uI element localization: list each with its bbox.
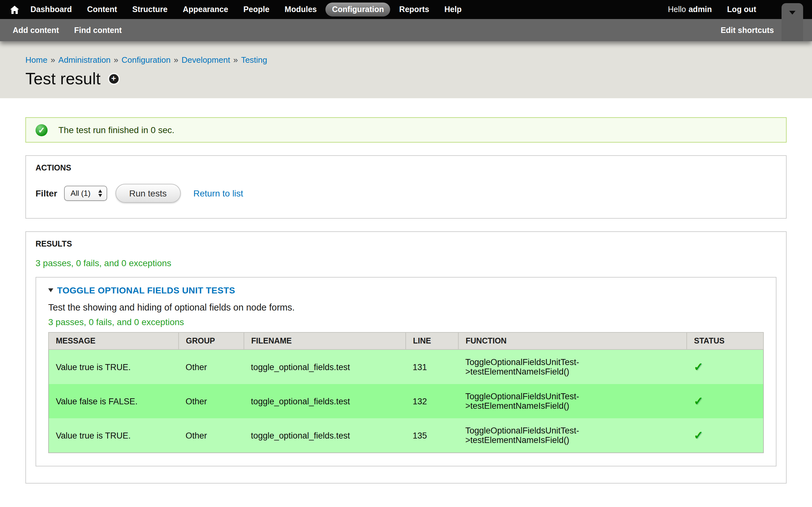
test-group-toggle[interactable]: TOGGLE OPTIONAL FIELDS UNIT TESTS [48,285,764,295]
column-header-message: MESSAGE [49,332,179,349]
cell-filename: toggle_optional_fields.test [244,349,406,384]
user-greeting: Helloadmin [668,5,712,14]
toolbar-item-configuration[interactable]: Configuration [326,3,391,16]
cell-status: ✓ [687,384,763,418]
shortcut-add-content[interactable]: Add content [13,26,59,35]
table-row: Value true is TRUE. Other toggle_optiona… [49,418,763,453]
chevron-down-icon [789,11,796,14]
test-group-fieldset: TOGGLE OPTIONAL FIELDS UNIT TESTS Test t… [36,277,776,466]
run-tests-button[interactable]: Run tests [115,184,181,203]
edit-shortcuts-link[interactable]: Edit shortcuts [721,26,774,35]
table-header-row: MESSAGE GROUP FILENAME LINE FUNCTION STA… [49,332,763,349]
drupal-admin-page: Dashboard Content Structure Appearance P… [0,0,812,507]
status-message: ✓ The test run finished in 0 sec. [26,117,786,143]
cell-function: ToggleOptionalFieldsUnitTest->testElemen… [458,418,687,453]
username: admin [689,5,712,14]
table-row: Value true is TRUE. Other toggle_optiona… [49,349,763,384]
filter-select-value: All (1) [70,189,90,198]
shortcuts-bar: Add content Find content Edit shortcuts [0,19,812,41]
cell-group: Other [179,349,244,384]
results-summary: 3 passes, 0 fails, and 0 exceptions [36,258,776,268]
toolbar-toggle-button[interactable] [781,3,803,41]
pass-check-icon: ✓ [694,429,703,442]
pass-check-icon: ✓ [694,395,703,407]
cell-message: Value false is FALSE. [49,384,179,418]
cell-line: 135 [406,418,458,453]
column-header-function: FUNCTION [458,332,687,349]
cell-line: 132 [406,384,458,418]
cell-status: ✓ [687,349,763,384]
cell-function: ToggleOptionalFieldsUnitTest->testElemen… [458,349,687,384]
breadcrumb-administration[interactable]: Administration [58,55,111,65]
test-group-description: Test the showing and hiding of optional … [48,302,764,313]
select-arrows-icon [98,189,102,197]
toolbar-item-people[interactable]: People [237,3,275,16]
breadcrumb-separator: » [174,55,178,65]
column-header-filename: FILENAME [244,332,406,349]
success-check-icon: ✓ [36,124,48,136]
cell-group: Other [179,384,244,418]
add-shortcut-icon[interactable]: + [109,74,118,83]
shortcut-find-content[interactable]: Find content [74,26,122,35]
logout-link[interactable]: Log out [727,5,756,14]
status-message-text: The test run finished in 0 sec. [58,125,174,135]
return-to-list-link[interactable]: Return to list [193,188,243,199]
toolbar-item-reports[interactable]: Reports [393,3,436,16]
cell-line: 131 [406,349,458,384]
column-header-line: LINE [406,332,458,349]
pass-check-icon: ✓ [694,360,703,373]
filter-label: Filter [36,188,57,199]
test-results-table: MESSAGE GROUP FILENAME LINE FUNCTION STA… [48,332,764,453]
page-header: Home»Administration»Configuration»Develo… [0,41,812,98]
actions-fieldset: ACTIONS Filter All (1) Run tests Return … [26,155,786,219]
toolbar-item-help[interactable]: Help [438,3,468,16]
page-title: Test result [26,69,101,89]
column-header-status: STATUS [687,332,763,349]
admin-toolbar: Dashboard Content Structure Appearance P… [0,0,812,19]
greeting-prefix: Hello [668,5,686,14]
actions-legend: ACTIONS [36,164,776,172]
toolbar-item-appearance[interactable]: Appearance [176,3,235,16]
breadcrumb-home[interactable]: Home [26,55,47,65]
breadcrumb-separator: » [114,55,118,65]
cell-group: Other [179,418,244,453]
cell-filename: toggle_optional_fields.test [244,384,406,418]
cell-function: ToggleOptionalFieldsUnitTest->testElemen… [458,384,687,418]
cell-message: Value true is TRUE. [49,349,179,384]
toolbar-item-modules[interactable]: Modules [278,3,323,16]
home-icon[interactable] [6,5,23,14]
test-group-summary: 3 passes, 0 fails, and 0 exceptions [48,317,764,327]
breadcrumb: Home»Administration»Configuration»Develo… [26,55,786,65]
toolbar-item-dashboard[interactable]: Dashboard [24,3,78,16]
table-row: Value false is FALSE. Other toggle_optio… [49,384,763,418]
cell-filename: toggle_optional_fields.test [244,418,406,453]
main-content: ✓ The test run finished in 0 sec. ACTION… [0,98,812,484]
breadcrumb-testing[interactable]: Testing [241,55,267,65]
cell-status: ✓ [687,418,763,453]
collapse-arrow-icon [48,288,53,292]
results-fieldset: RESULTS 3 passes, 0 fails, and 0 excepti… [26,231,786,484]
toolbar-item-content[interactable]: Content [81,3,123,16]
column-header-group: GROUP [179,332,244,349]
toolbar-item-structure[interactable]: Structure [126,3,174,16]
breadcrumb-separator: » [233,55,238,65]
test-group-title[interactable]: TOGGLE OPTIONAL FIELDS UNIT TESTS [57,285,235,295]
filter-select[interactable]: All (1) [64,186,107,201]
breadcrumb-development[interactable]: Development [182,55,230,65]
breadcrumb-configuration[interactable]: Configuration [121,55,171,65]
results-legend: RESULTS [36,239,776,248]
breadcrumb-separator: » [50,55,55,65]
cell-message: Value true is TRUE. [49,418,179,453]
